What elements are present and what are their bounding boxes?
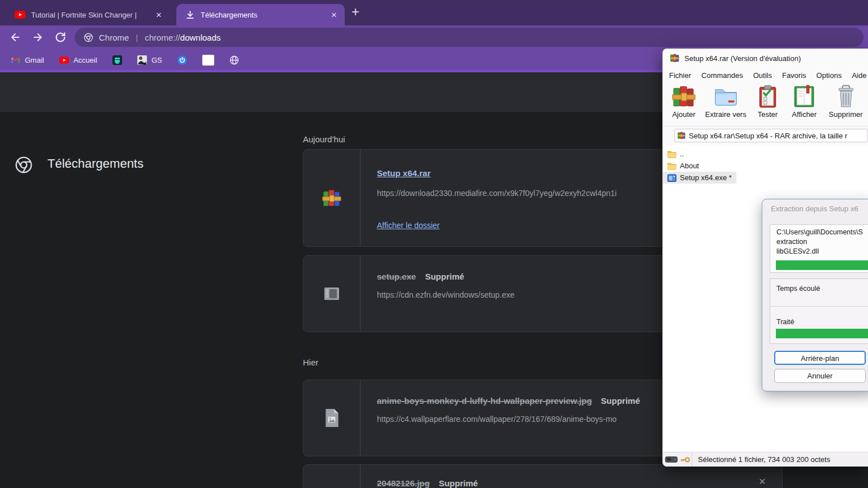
divider [360,256,361,332]
bookmark-gmail[interactable]: Gmail [11,55,44,65]
screen: Tutorial | Fortnite Skin Changer | × Tél… [0,0,868,488]
test-clipboard-icon [756,85,779,108]
archive-path-field[interactable]: Setup x64.rar\Setup x64 - RAR archive, l… [674,129,868,142]
bookmark-accueil[interactable]: Accueil [59,55,97,65]
download-item-20482126-jpg: 20482126.jpg Supprimé × [303,464,783,488]
bookmark-label: Gmail [25,56,44,64]
forward-icon [32,31,44,43]
folder-icon [667,162,676,170]
winrar-title: Setup x64.rar (Version d'évaluation) [684,54,801,63]
cancel-button[interactable]: Annuler [774,369,866,383]
exe-file-icon [323,285,341,303]
bookmark-globe-site[interactable] [229,55,239,65]
tab-title: Tutorial | Fortnite Skin Changer | [31,11,148,19]
extract-to-button[interactable]: Extraire vers [701,83,750,126]
toolbar-label: Afficher [792,110,817,119]
bookmark-gs[interactable]: GS [137,55,162,65]
forward-button[interactable] [32,31,45,45]
add-button[interactable]: Ajouter [666,83,701,126]
close-icon[interactable]: × [329,10,339,20]
bookmark-label: Accueil [73,56,97,64]
chrome-icon [84,33,93,42]
tab-bar: Tutorial | Fortnite Skin Changer | × Tél… [0,0,868,25]
winrar-small-icon [678,132,685,140]
bookmark-teal-site[interactable] [112,55,122,65]
divider [360,150,361,246]
divider [360,380,361,456]
file-icon-box [303,465,360,488]
view-button[interactable]: Afficher [785,83,823,126]
status-text: Sélectionné 1 fichier, 734 003 200 octet… [692,455,830,464]
delete-button[interactable]: Supprimer [823,83,868,126]
list-item-up[interactable]: .. [663,148,688,160]
bookmark-power-site[interactable] [177,55,187,65]
status-label: Supprimé [425,272,464,281]
gmail-icon [11,55,20,65]
menu-commandes[interactable]: Commandes [701,71,743,80]
download-icon [185,10,195,20]
processed-label: Traité [776,318,795,326]
tab-downloads[interactable]: Téléchargements × [176,4,345,25]
key-icon [680,456,690,463]
section-today: Aujourd'hui [303,134,345,144]
winrar-file-icon [322,189,341,208]
winrar-pathbar: Setup x64.rar\Setup x64 - RAR archive, l… [663,127,868,145]
chrome-logo-icon [15,156,33,174]
toolbar-label: Supprimer [829,110,863,119]
bookmark-blank[interactable] [202,55,214,66]
winrar-app-icon [670,54,679,63]
close-icon[interactable]: × [154,10,164,20]
winrar-statusbar: Sélectionné 1 fichier, 734 003 200 octet… [663,452,868,467]
blank-favicon [202,55,214,66]
file-icon-box [303,150,360,246]
back-icon [9,31,21,43]
status-label: Supprimé [439,478,478,488]
disk-icon [665,456,678,463]
file-name: About [680,162,699,170]
extraction-dialog: Extraction depuis Setup x6 C:\Users\guil… [762,199,868,391]
menu-outils[interactable]: Outils [753,71,772,80]
delete-trash-icon [834,85,858,108]
toolbar-label: Tester [758,110,778,119]
tab-youtube[interactable]: Tutorial | Fortnite Skin Changer | × [6,4,170,25]
photo-favicon [137,55,147,65]
background-button[interactable]: Arrière-plan [774,351,866,365]
address-bar[interactable]: Chrome | chrome://downloads [75,28,863,47]
reload-button[interactable] [54,31,68,45]
list-item-setup-exe-selected[interactable]: Setup x64.exe * [663,172,736,184]
new-tab-button[interactable]: + [351,5,359,19]
menu-favoris[interactable]: Favoris [782,71,806,80]
divider [770,306,868,307]
archive-path-text: Setup x64.rar\Setup x64 - RAR archive, l… [689,132,847,140]
teal-app-icon [112,55,122,65]
address-brand: Chrome [99,33,129,42]
back-button[interactable] [9,31,23,45]
divider [360,465,361,488]
elapsed-time-label: Temps écoulé [776,285,820,293]
download-filename-link[interactable]: Setup x64.rar [377,168,431,178]
globe-icon [229,55,239,65]
list-item-about[interactable]: About [663,160,704,172]
youtube-icon [59,55,69,65]
file-icon-box [303,256,360,332]
reload-icon [54,31,67,43]
power-icon [177,55,187,65]
show-in-folder-link[interactable]: Afficher le dossier [377,221,440,230]
winrar-menubar: Fichier Commandes Outils Favoris Options… [663,68,868,83]
address-scheme: chrome:// [145,33,180,42]
menu-fichier[interactable]: Fichier [669,71,691,80]
remove-download-button[interactable]: × [759,475,766,488]
image-file-icon [323,408,340,428]
status-icons [663,452,692,467]
menu-options[interactable]: Options [817,71,842,80]
status-label: Supprimé [601,396,640,406]
view-book-icon [792,85,816,108]
add-archive-icon [672,85,696,108]
download-filename: 20482126.jpg [377,478,429,488]
menu-aide[interactable]: Aide [852,71,866,80]
destination-path: C:\Users\guill\Documents\S [770,225,868,237]
file-name: Setup x64.exe * [680,173,732,182]
winrar-titlebar[interactable]: Setup x64.rar (Version d'évaluation) [663,49,868,68]
test-button[interactable]: Tester [750,83,785,126]
file-progress-bar [776,260,868,270]
